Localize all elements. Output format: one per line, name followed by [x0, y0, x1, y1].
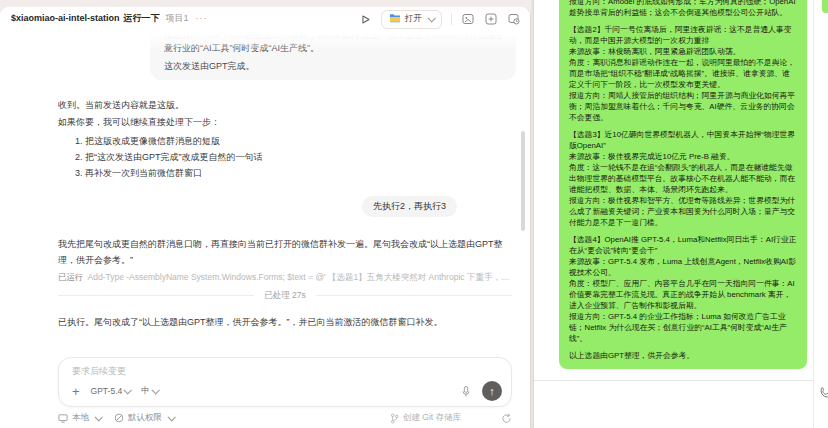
- chevron-down-icon: [167, 413, 175, 421]
- wechat-message-line: 以上选题由GPT整理，供开会参考。: [569, 350, 797, 361]
- tool-run-status: 已运行Add-Type -AssemblyName System.Windows…: [58, 271, 512, 284]
- user-message-bubble: 先执行2，再执行3: [362, 196, 457, 217]
- divider-line: [58, 295, 254, 296]
- assistant-message-1: 收到。当前发送内容就是这版。 如果你要，我可以继续直接处理下一步： 1. 把这版…: [58, 97, 512, 181]
- wechat-message-line: 【选题2】千问一号位离场后，阿里连夜辟谣：这不是普通人事变动，而是中国开源大模型…: [569, 24, 797, 46]
- assistant-step-list: 1. 把这版改成更像微信群消息的短版2. 把“这次发送由GPT完成”改成更自然的…: [58, 133, 512, 181]
- wechat-message-line: 报道方向：GPT-5.4 的企业工作指标；Luma 如何改造广告工业链；Netf…: [569, 311, 797, 344]
- wechat-message-line: 报道方向：极佳视界和智平方、优理奇等路线差异；世界模型为什么成了新融资关键词；产…: [569, 195, 797, 228]
- model-name: GPT-5.4: [91, 386, 123, 396]
- add-attachment-button[interactable]: +: [72, 385, 80, 398]
- tool-run-command: Add-Type -AssemblyName System.Windows.Fo…: [88, 272, 513, 282]
- divider-line: [316, 295, 512, 296]
- user-long-message-bubble: 报道方向：GPT-5.4 的企业工作指标；Luma 如何改造广告工业链；Netf…: [150, 31, 516, 80]
- assistant-message-2: 我先把尾句改成更自然的群消息口吻，再直接向当前已打开的微信群补发一遍。尾句我会改…: [58, 236, 512, 268]
- wechat-window: 报道方向：Amodel 的底线如何形成；军方为何真的强硬；OpenAI趁势接单背…: [533, 0, 828, 428]
- screenshot-root: $xiaomiao-ai-intel-station运行一下项目1··· 打开: [0, 0, 828, 428]
- assistant-paragraph: 收到。当前发送内容就是这版。: [58, 97, 512, 114]
- assistant-step-item: 1. 把这版改成更像微信群消息的短版: [75, 133, 512, 149]
- chevron-down-icon: [124, 386, 132, 394]
- open-button-label: 打开: [405, 13, 422, 25]
- folder-icon: [389, 13, 401, 25]
- processed-divider: 已处理 27s: [58, 289, 512, 302]
- wechat-message-line: 角度：模型厂、应用厂、内容平台几乎在同一天指向同一件事：AI价值要靠完整工作流兑…: [569, 278, 797, 311]
- create-git-repo-button[interactable]: 创建 Git 存储库: [390, 412, 461, 424]
- send-button[interactable]: ↑: [482, 381, 502, 401]
- composer-card: + GPT-5.4 中 ↑: [58, 357, 512, 407]
- status-bar: 本地 默认权限 创建 Git 存储库: [58, 411, 512, 425]
- assistant-step-item: 3. 再补发一次到当前微信群窗口: [75, 165, 512, 181]
- chat-input[interactable]: [72, 365, 492, 379]
- titlebar-actions: 打开: [358, 7, 521, 31]
- new-chat-icon[interactable]: [484, 12, 498, 26]
- language-selector[interactable]: 中: [141, 385, 158, 397]
- project-label: 项目1: [166, 13, 189, 23]
- wechat-bubble-fragment: [822, 0, 828, 13]
- permission-label: 默认权限: [128, 412, 162, 424]
- environment-selector[interactable]: 本地: [58, 412, 101, 424]
- assistant-paragraph: 如果你要，我可以继续直接处理下一步：: [58, 114, 512, 131]
- more-menu-button[interactable]: ···: [196, 13, 208, 23]
- wechat-sent-message-bubble: 报道方向：Amodel 的底线如何形成；军方为何真的强硬；OpenAI趁势接单背…: [559, 0, 807, 369]
- agent-app-window: $xiaomiao-ai-intel-station运行一下项目1··· 打开: [0, 0, 531, 428]
- wechat-message-line: 报道方向：Amodel 的底线如何形成；军方为何真的强硬；OpenAI趁势接单背…: [569, 0, 797, 18]
- environment-label: 本地: [72, 412, 89, 424]
- quoted-line-faded: 报道方向：GPT-5.4 的企业工作指标；Luma 如何改造广告工业链；Netf…: [164, 31, 502, 42]
- model-selector[interactable]: GPT-5.4: [91, 386, 131, 396]
- workspace-name: $xiaomiao-ai-intel-station: [11, 13, 120, 23]
- assistant-step-item: 2. 把“这次发送由GPT完成”改成更自然的一句话: [75, 149, 512, 165]
- chat-scroll-area: 报道方向：GPT-5.4 的企业工作指标；Luma 如何改造广告工业链；Netf…: [0, 31, 530, 364]
- git-branch-icon: [390, 413, 399, 424]
- wechat-message-section: 【选题2】千问一号位离场后，阿里连夜辟谣：这不是普通人事变动，而是中国开源大模型…: [569, 24, 797, 123]
- wechat-message-line: 【选题4】OpenAI推 GPT-5.4，Luma和Netflix同日出手：AI…: [569, 234, 797, 256]
- wechat-message-line: 来源故事：极佳视界完成近10亿元 Pre-B 融资。: [569, 151, 797, 162]
- assistant-message-3: 已执行。尾句改成了“以上选题由GPT整理，供开会参考。”，并已向当前激活的微信群…: [58, 314, 512, 330]
- titlebar: $xiaomiao-ai-intel-station运行一下项目1··· 打开: [0, 7, 530, 31]
- composer-controls: + GPT-5.4 中 ↑: [72, 381, 502, 401]
- wechat-message-line: 【选题3】近10亿砸向世界模型机器人，中国资本开始押“物理世界版OpenAI”: [569, 129, 797, 151]
- voice-call-icon[interactable]: [819, 385, 828, 403]
- create-git-repo-label: 创建 Git 存储库: [403, 412, 461, 424]
- chevron-down-icon: [427, 14, 435, 22]
- wechat-panel-edge: [813, 0, 814, 428]
- quoted-line-footer: 这次发送由GPT完成。: [164, 60, 502, 73]
- task-title: 运行一下: [124, 13, 160, 23]
- processed-time-label: 已处理 27s: [264, 290, 306, 302]
- wechat-message-line: 来源故事：GPT-5.4 发布，Luma 上线创意Agent，Netflix收购…: [569, 256, 797, 278]
- wechat-message-section: 以上选题由GPT整理，供开会参考。: [569, 350, 797, 361]
- wechat-message-line: 报道方向：周靖人接管后的组织结构；阿里开源与商业化如何再平衡；周浩加盟意味着什么…: [569, 90, 797, 123]
- monitor-icon: [58, 414, 68, 423]
- wechat-input-divider: [534, 380, 813, 381]
- chevron-down-icon: [94, 413, 102, 421]
- preview-icon[interactable]: [461, 12, 475, 26]
- wechat-message-line: 角度：这一轮钱不是在追“会翻跟头”的机器人，而是在赌谁能先做出物理世界的基础模型…: [569, 162, 797, 195]
- chevron-down-icon: [151, 386, 159, 394]
- run-icon[interactable]: [358, 12, 372, 26]
- language-label: 中: [141, 385, 150, 397]
- permission-icon: [114, 413, 124, 423]
- wechat-message-line: 角度：离职消息和辟谣动作连在一起，说明阿里最怕的不是舆论，而是市场把“组织不稳”…: [569, 57, 797, 90]
- history-refresh-icon[interactable]: [501, 413, 512, 424]
- wechat-message-line: 来源故事：林俊旸离职，阿里紧急辟谣团队动荡。: [569, 46, 797, 57]
- wechat-message-section: 【选题4】OpenAI推 GPT-5.4，Luma和Netflix同日出手：AI…: [569, 234, 797, 344]
- titlebar-separator: [451, 13, 452, 25]
- chat-title: $xiaomiao-ai-intel-station运行一下项目1···: [11, 12, 208, 25]
- quoted-line: 意行业的“AI工具”何时变成“AI生产线”。: [164, 42, 502, 55]
- permission-selector[interactable]: 默认权限: [114, 412, 174, 424]
- tool-run-label: 已运行: [58, 272, 84, 282]
- history-window-icon[interactable]: [507, 12, 521, 26]
- open-button[interactable]: 打开: [381, 10, 442, 29]
- wechat-message-section: 报道方向：Amodel 的底线如何形成；军方为何真的强硬；OpenAI趁势接单背…: [569, 0, 797, 18]
- send-arrow-icon: ↑: [489, 385, 495, 397]
- wechat-message-section: 【选题3】近10亿砸向世界模型机器人，中国资本开始押“物理世界版OpenAI”来…: [569, 129, 797, 228]
- microphone-icon[interactable]: [461, 385, 471, 398]
- chat-scrollbar-thumb[interactable]: [521, 131, 525, 231]
